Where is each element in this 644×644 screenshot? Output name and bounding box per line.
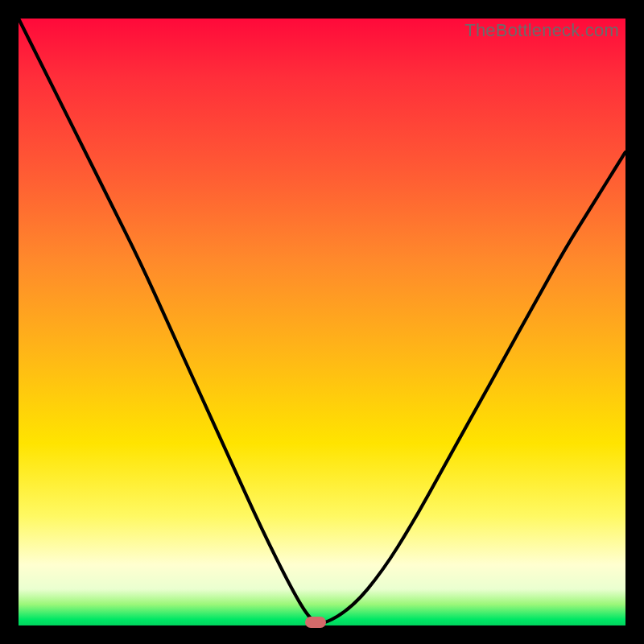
plot-area: TheBottleneck.com [19,19,625,625]
bottleneck-curve [19,19,625,625]
minimum-marker [305,617,326,628]
chart-frame: TheBottleneck.com [0,0,644,644]
